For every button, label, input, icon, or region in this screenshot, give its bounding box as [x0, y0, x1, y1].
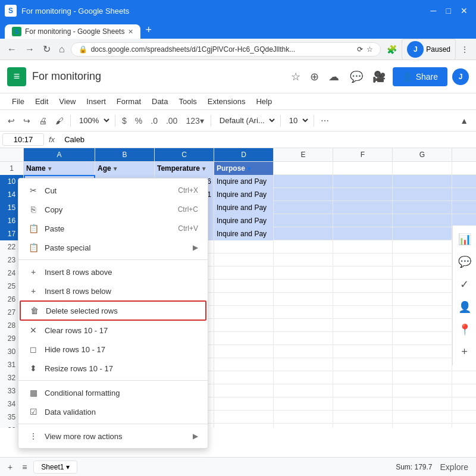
sheet-tab[interactable]: Sheet1 ▾: [33, 461, 77, 474]
cell[interactable]: Inquire and Pay: [214, 188, 274, 201]
share-button[interactable]: 👤 Share: [393, 67, 447, 86]
reload-button[interactable]: ↻: [40, 42, 53, 56]
zoom-select[interactable]: 100%: [74, 114, 111, 127]
video-button[interactable]: 🎥: [370, 68, 388, 86]
font-size-select[interactable]: 10: [284, 114, 310, 127]
cell[interactable]: [333, 240, 393, 253]
col-header-f[interactable]: F: [333, 148, 393, 161]
cell[interactable]: [393, 424, 452, 428]
cell[interactable]: [333, 253, 393, 267]
menu-edit[interactable]: Edit: [30, 95, 53, 108]
profile-button[interactable]: J Paused: [402, 39, 456, 60]
context-menu-cut[interactable]: ✂ Cut Ctrl+X: [18, 181, 208, 200]
menu-file[interactable]: File: [7, 95, 29, 108]
star-spreadsheet-button[interactable]: ☆: [289, 68, 303, 86]
menu-format[interactable]: Format: [112, 95, 146, 108]
sheets-list-button[interactable]: ≡: [19, 461, 30, 474]
cell[interactable]: [333, 162, 393, 175]
cell[interactable]: [274, 280, 333, 293]
cell[interactable]: [274, 332, 333, 345]
cell[interactable]: [393, 214, 452, 227]
cell[interactable]: [333, 175, 393, 188]
cell[interactable]: [393, 201, 452, 214]
menu-insert[interactable]: Insert: [82, 95, 111, 108]
cell[interactable]: [333, 280, 393, 293]
cell[interactable]: [214, 424, 274, 428]
cell[interactable]: [333, 188, 393, 201]
cell[interactable]: [393, 345, 452, 358]
new-tab-button[interactable]: +: [140, 21, 156, 39]
cell[interactable]: [274, 397, 333, 411]
cell[interactable]: [393, 306, 452, 319]
home-button[interactable]: ⌂: [57, 43, 67, 56]
cell[interactable]: [333, 319, 393, 332]
context-menu-delete-rows[interactable]: 🗑 Delete selected rows: [20, 300, 206, 321]
gdrive-button[interactable]: ⊕: [308, 68, 321, 86]
col-header-e[interactable]: E: [274, 148, 333, 161]
cell[interactable]: [393, 253, 452, 267]
tab-close-button[interactable]: ✕: [128, 28, 133, 36]
cell[interactable]: [274, 424, 333, 428]
context-menu-conditional-format[interactable]: ▦ Conditional formatting: [18, 383, 208, 402]
cell[interactable]: Age ▼: [95, 162, 155, 175]
cloud-button[interactable]: ☁: [326, 68, 342, 86]
context-menu-paste[interactable]: 📋 Paste Ctrl+V: [18, 219, 208, 238]
add-sheet-button[interactable]: +: [5, 461, 15, 474]
url-box[interactable]: 🔒 docs.google.com/spreadsheets/d/1CgjPlV…: [71, 42, 381, 57]
cell[interactable]: [333, 397, 393, 411]
cell[interactable]: [393, 162, 452, 175]
cell[interactable]: [274, 345, 333, 358]
cell[interactable]: [214, 306, 274, 319]
print-button[interactable]: 🖨: [36, 114, 50, 127]
format-type-button[interactable]: 123▾: [183, 114, 206, 127]
formula-input[interactable]: Caleb: [60, 134, 474, 145]
decimal-inc-button[interactable]: .00: [163, 114, 180, 127]
cell[interactable]: [393, 397, 452, 411]
cell[interactable]: [333, 345, 393, 358]
cell[interactable]: Name ▼: [24, 162, 95, 175]
maximize-button[interactable]: □: [443, 5, 455, 17]
cell[interactable]: [274, 411, 333, 424]
menu-button[interactable]: ⋮: [458, 43, 471, 55]
cell[interactable]: [333, 201, 393, 214]
cell[interactable]: [214, 358, 274, 371]
sidebar-sheets-icon[interactable]: 📊: [456, 230, 474, 248]
explore-button[interactable]: Explore: [437, 461, 471, 474]
cell[interactable]: [214, 293, 274, 306]
close-button[interactable]: ✕: [457, 5, 471, 17]
cell[interactable]: [214, 397, 274, 411]
cell[interactable]: [274, 188, 333, 201]
cell[interactable]: [214, 319, 274, 332]
cell[interactable]: [274, 227, 333, 240]
cell[interactable]: [274, 240, 333, 253]
back-button[interactable]: ←: [5, 43, 19, 56]
col-header-a[interactable]: A: [24, 148, 95, 161]
cell[interactable]: [393, 411, 452, 424]
cell[interactable]: [393, 371, 452, 384]
cell[interactable]: [393, 293, 452, 306]
cell[interactable]: [393, 332, 452, 345]
cell[interactable]: [214, 240, 274, 253]
cell[interactable]: [274, 371, 333, 384]
context-menu-data-validation[interactable]: ☑ Data validation: [18, 402, 208, 421]
cell[interactable]: [274, 267, 333, 280]
cell[interactable]: [333, 384, 393, 397]
cell[interactable]: [393, 280, 452, 293]
cell[interactable]: [333, 371, 393, 384]
cell[interactable]: [214, 332, 274, 345]
spreadsheet-title[interactable]: For monitoring: [32, 70, 284, 83]
extension-icon[interactable]: 🧩: [384, 43, 399, 55]
user-avatar[interactable]: J: [452, 68, 469, 85]
cell[interactable]: [274, 253, 333, 267]
cell[interactable]: [214, 371, 274, 384]
cell[interactable]: [333, 293, 393, 306]
context-menu-insert-above[interactable]: + Insert 8 rows above: [18, 262, 208, 281]
decimal-dec-button[interactable]: .0: [148, 114, 161, 127]
cell[interactable]: [274, 162, 333, 175]
cell[interactable]: [274, 293, 333, 306]
sidebar-check-icon[interactable]: ✓: [458, 275, 471, 293]
cell[interactable]: [333, 306, 393, 319]
context-menu-hide-rows[interactable]: ◻ Hide rows 10 - 17: [18, 340, 208, 359]
cell[interactable]: [393, 227, 452, 240]
context-menu-more-actions[interactable]: ⋮ View more row actions ▶: [18, 427, 208, 446]
